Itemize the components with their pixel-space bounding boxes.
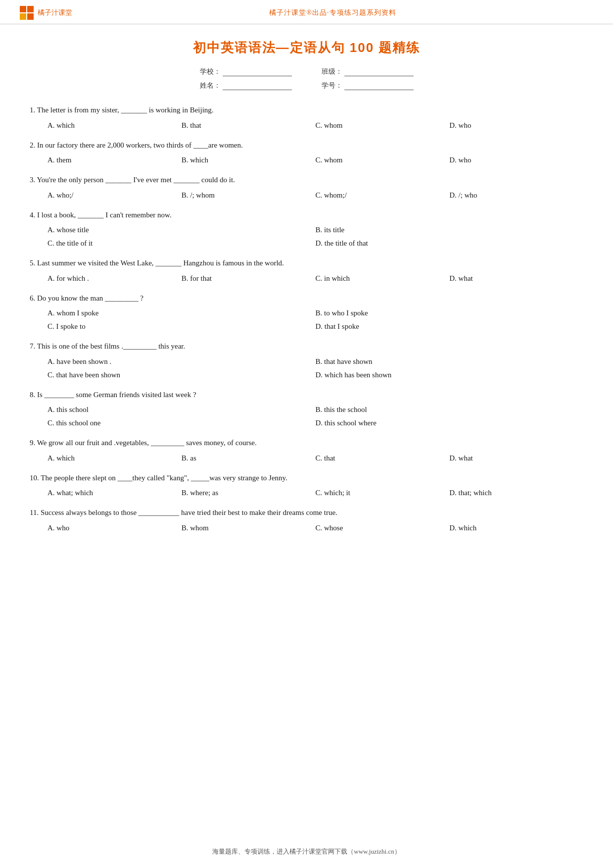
header-title: 橘子汁课堂®出品·专项练习题系列资料 <box>72 8 593 17</box>
option-6-A[interactable]: A. whom I spoke <box>47 306 311 320</box>
option-10-B[interactable]: B. where; as <box>182 486 311 500</box>
id-label: 学号： <box>322 81 342 90</box>
option-9-D[interactable]: D. what <box>449 452 578 465</box>
option-7-A[interactable]: A. have been shown . <box>47 355 311 368</box>
options-5: A. for which .B. for thatC. in whichD. w… <box>30 272 583 285</box>
option-6-C[interactable]: C. I spoke to <box>47 320 311 333</box>
question-text-2: 2. In our factory there are 2,000 worker… <box>30 139 583 152</box>
name-field: 姓名： <box>200 81 292 90</box>
options-7: A. have been shown .B. that have shownC.… <box>30 355 583 382</box>
question-5: 5. Last summer we visited the West Lake,… <box>30 257 583 285</box>
option-6-B[interactable]: B. to who I spoke <box>316 306 579 320</box>
question-9: 9. We grow all our fruit and .vegetables… <box>30 437 583 465</box>
option-2-C[interactable]: C. whom <box>316 153 445 167</box>
form-row-1: 学校： 班级： <box>200 67 414 76</box>
question-3: 3. You're the only person _______ I've e… <box>30 174 583 202</box>
svg-rect-0 <box>20 6 26 12</box>
options-10: A. what; whichB. where; asC. which; itD.… <box>30 486 583 500</box>
options-6: A. whom I spokeB. to who I spokeC. I spo… <box>30 306 583 333</box>
option-3-A[interactable]: A. who;/ <box>47 189 177 202</box>
option-4-A[interactable]: A. whose title <box>47 223 311 237</box>
doc-title: 初中英语语法—定语从句 100 题精练 <box>30 39 583 56</box>
option-9-B[interactable]: B. as <box>182 452 311 465</box>
option-1-B[interactable]: B. that <box>182 119 311 132</box>
svg-rect-2 <box>20 13 26 20</box>
question-text-8: 8. Is ________ some German friends visit… <box>30 389 583 402</box>
option-10-D[interactable]: D. that; which <box>449 486 578 500</box>
question-text-11: 11. Success always belongs to those ____… <box>30 507 583 519</box>
options-9: A. whichB. asC. thatD. what <box>30 452 583 465</box>
option-11-B[interactable]: B. whom <box>182 521 311 535</box>
option-10-A[interactable]: A. what; which <box>47 486 177 500</box>
option-2-B[interactable]: B. which <box>182 153 311 167</box>
question-text-1: 1. The letter is from my sister, _______… <box>30 104 583 117</box>
logo-text: 橘子汁课堂 <box>38 8 72 17</box>
school-label: 学校： <box>200 67 221 76</box>
option-4-C[interactable]: C. the title of it <box>47 237 311 250</box>
question-1: 1. The letter is from my sister, _______… <box>30 104 583 132</box>
question-text-7: 7. This is one of the best films .______… <box>30 340 583 353</box>
option-7-C[interactable]: C. that have been shown <box>47 368 311 382</box>
option-4-B[interactable]: B. its title <box>316 223 579 237</box>
question-text-4: 4. I lost a book, _______ I can't rememb… <box>30 209 583 222</box>
option-1-C[interactable]: C. whom <box>316 119 445 132</box>
option-5-D[interactable]: D. what <box>449 272 578 285</box>
option-4-D[interactable]: D. the title of that <box>316 237 579 250</box>
option-3-C[interactable]: C. whom;/ <box>316 189 445 202</box>
class-label: 班级： <box>322 67 342 76</box>
option-9-C[interactable]: C. that <box>316 452 445 465</box>
options-1: A. whichB. thatC. whomD. who <box>30 119 583 132</box>
logo-area: 橘子汁课堂 <box>20 6 72 20</box>
main-content: 初中英语语法—定语从句 100 题精练 学校： 班级： 姓名： <box>0 24 613 571</box>
question-text-3: 3. You're the only person _______ I've e… <box>30 174 583 187</box>
form-row-2: 姓名： 学号： <box>200 81 414 90</box>
class-underline[interactable] <box>344 67 414 76</box>
option-1-A[interactable]: A. which <box>47 119 177 132</box>
option-5-B[interactable]: B. for that <box>182 272 311 285</box>
option-8-B[interactable]: B. this the school <box>316 403 579 416</box>
question-text-9: 9. We grow all our fruit and .vegetables… <box>30 437 583 450</box>
question-11: 11. Success always belongs to those ____… <box>30 507 583 535</box>
option-7-B[interactable]: B. that have shown <box>316 355 579 368</box>
option-5-A[interactable]: A. for which . <box>47 272 177 285</box>
option-11-D[interactable]: D. which <box>449 521 578 535</box>
question-2: 2. In our factory there are 2,000 worker… <box>30 139 583 167</box>
footer-text: 海量题库、专项训练，进入橘子汁课堂官网下载（www.juzizhi.cn） <box>212 848 400 855</box>
option-5-C[interactable]: C. in which <box>316 272 445 285</box>
footer: 海量题库、专项训练，进入橘子汁课堂官网下载（www.juzizhi.cn） <box>0 847 613 856</box>
name-underline[interactable] <box>223 81 292 90</box>
option-2-D[interactable]: D. who <box>449 153 578 167</box>
options-8: A. this schoolB. this the schoolC. this … <box>30 403 583 430</box>
option-11-C[interactable]: C. whose <box>316 521 445 535</box>
class-field: 班级： <box>322 67 414 76</box>
option-10-C[interactable]: C. which; it <box>316 486 445 500</box>
questions: 1. The letter is from my sister, _______… <box>30 104 583 535</box>
option-7-D[interactable]: D. which has been shown <box>316 368 579 382</box>
school-field: 学校： <box>200 67 292 76</box>
option-11-A[interactable]: A. who <box>47 521 177 535</box>
school-underline[interactable] <box>223 67 292 76</box>
question-text-10: 10. The people there slept on ____they c… <box>30 472 583 485</box>
option-9-A[interactable]: A. which <box>47 452 177 465</box>
header: 橘子汁课堂 橘子汁课堂®出品·专项练习题系列资料 <box>0 0 613 24</box>
id-field: 学号： <box>322 81 414 90</box>
question-7: 7. This is one of the best films .______… <box>30 340 583 382</box>
page: 橘子汁课堂 橘子汁课堂®出品·专项练习题系列资料 初中英语语法—定语从句 100… <box>0 0 613 868</box>
option-3-D[interactable]: D. /; who <box>449 189 578 202</box>
id-underline[interactable] <box>344 81 414 90</box>
question-text-6: 6. Do you know the man _________ ? <box>30 292 583 305</box>
svg-rect-1 <box>27 6 34 12</box>
option-6-D[interactable]: D. that I spoke <box>316 320 579 333</box>
option-2-A[interactable]: A. them <box>47 153 177 167</box>
option-8-C[interactable]: C. this school one <box>47 416 311 430</box>
question-10: 10. The people there slept on ____they c… <box>30 472 583 500</box>
option-8-D[interactable]: D. this school where <box>316 416 579 430</box>
form-fields: 学校： 班级： 姓名： 学号： <box>30 67 583 90</box>
svg-rect-3 <box>27 13 34 20</box>
option-1-D[interactable]: D. who <box>449 119 578 132</box>
option-8-A[interactable]: A. this school <box>47 403 311 416</box>
name-label: 姓名： <box>200 81 221 90</box>
logo-icon <box>20 6 35 20</box>
option-3-B[interactable]: B. /; whom <box>182 189 311 202</box>
options-3: A. who;/B. /; whomC. whom;/D. /; who <box>30 189 583 202</box>
